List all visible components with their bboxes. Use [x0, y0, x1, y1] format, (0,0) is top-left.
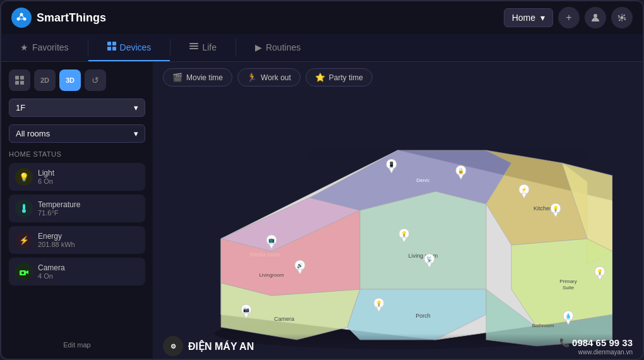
home-selector-label: Home	[512, 13, 535, 23]
svg-text:Camera: Camera	[274, 316, 294, 322]
svg-text:📺: 📺	[268, 237, 275, 243]
home-selector[interactable]: Home ▾	[504, 8, 553, 27]
settings-button[interactable]	[611, 7, 633, 28]
room-dropdown-icon: ▾	[134, 129, 138, 138]
floor-plan-svg: Media room Living room Den/c Kitchen Pri…	[183, 100, 612, 352]
bottom-brand-right: 📞 0984 65 99 33 www.dienmayan.vn	[559, 337, 633, 356]
scene-workout-label: Work out	[261, 73, 291, 82]
svg-text:💡: 💡	[376, 300, 382, 306]
status-energy[interactable]: ⚡ Energy 201.88 kWh	[9, 226, 145, 254]
tab-life[interactable]: Life	[170, 34, 236, 61]
room-selector-label: All rooms	[16, 129, 50, 138]
edit-map-button[interactable]: Edit map	[9, 339, 145, 351]
add-button[interactable]: +	[558, 7, 580, 28]
svg-text:📷: 📷	[243, 306, 249, 313]
status-camera[interactable]: Camera 4 On	[9, 258, 145, 285]
view-2d-label: 2D	[40, 76, 49, 84]
scene-movie-label: Movie time	[186, 73, 223, 82]
svg-rect-16	[20, 76, 24, 80]
bottom-brand-left: ⚙ ĐIỆN MÁY AN	[163, 336, 254, 356]
svg-rect-13	[189, 45, 198, 47]
svg-text:Primary: Primary	[559, 279, 577, 284]
svg-rect-8	[107, 42, 111, 45]
camera-status-icon	[15, 263, 33, 280]
svg-line-4	[18, 15, 21, 19]
svg-text:Kitchen: Kitchen	[534, 205, 552, 212]
camera-value: 4 On	[38, 272, 139, 280]
status-light[interactable]: 💡 Light 6 On	[9, 163, 145, 191]
svg-text:💡: 💡	[597, 268, 603, 275]
temp-value: 71.6°F	[38, 209, 139, 217]
website: www.dienmayan.vn	[578, 349, 633, 356]
profile-button[interactable]	[585, 7, 606, 28]
light-label: Light	[38, 169, 139, 177]
svg-marker-28	[360, 191, 486, 289]
svg-text:📡: 📡	[426, 256, 432, 262]
svg-text:Suite: Suite	[563, 285, 575, 291]
life-icon	[189, 42, 198, 52]
view-rotate-button[interactable]: ↺	[85, 69, 106, 91]
svg-text:💡: 💡	[552, 205, 559, 212]
scene-movie-button[interactable]: 🎬 Movie time	[163, 68, 232, 87]
room-selector[interactable]: All rooms ▾	[9, 124, 145, 143]
svg-text:📱: 📱	[388, 161, 395, 167]
scene-workout-button[interactable]: 🏃 Work out	[237, 68, 301, 87]
light-value: 6 On	[38, 177, 139, 185]
light-status-info: Light 6 On	[38, 169, 139, 185]
tab-routines[interactable]: ▶ Routines	[236, 34, 319, 61]
floor-selector-label: 1F	[16, 103, 25, 112]
routines-icon: ▶	[255, 42, 262, 52]
tabs-bar: ★ Favorites Devices	[1, 34, 643, 62]
svg-text:Livingroom: Livingroom	[259, 272, 283, 278]
top-right-controls: Home ▾ +	[504, 7, 633, 28]
app-container: SmartThings Home ▾ +	[0, 0, 644, 360]
floor-selector[interactable]: 1F ▾	[9, 99, 145, 117]
svg-text:Bathroom: Bathroom	[532, 323, 554, 328]
view-controls: 2D 3D ↺	[9, 69, 145, 91]
camera-status-info: Camera 4 On	[38, 263, 139, 280]
main-content: 2D 3D ↺ 1F ▾ All rooms ▾ Home status	[1, 62, 643, 359]
person-icon	[590, 13, 600, 23]
temp-status-icon	[15, 200, 33, 217]
devices-icon	[107, 42, 116, 52]
svg-rect-10	[107, 47, 111, 51]
scene-party-button[interactable]: ⭐ Party time	[306, 68, 373, 87]
view-grid-button[interactable]	[9, 69, 30, 91]
tab-favorites[interactable]: ★ Favorites	[1, 34, 88, 61]
svg-rect-14	[189, 48, 198, 49]
svg-text:🔊: 🔊	[297, 262, 303, 268]
temp-status-info: Temperature 71.6°F	[38, 200, 139, 217]
svg-rect-11	[112, 47, 116, 51]
svg-point-7	[621, 16, 624, 20]
svg-text:Porch: Porch	[415, 313, 431, 319]
energy-label: Energy	[38, 232, 139, 241]
svg-point-20	[22, 209, 26, 213]
phone-number: 0984 65 99 33	[572, 337, 633, 348]
home-status: Home status 💡 Light 6 On	[9, 150, 145, 331]
svg-line-3	[21, 15, 25, 19]
logo-icon	[11, 8, 32, 28]
energy-status-icon: ⚡	[15, 231, 33, 249]
party-icon: ⭐	[315, 73, 325, 82]
tab-devices[interactable]: Devices	[88, 34, 170, 61]
svg-rect-12	[189, 43, 198, 44]
svg-rect-19	[23, 204, 25, 210]
view-2d-button[interactable]: 2D	[34, 69, 56, 91]
right-panel: 🎬 Movie time 🏃 Work out ⭐ Party time	[153, 62, 643, 359]
energy-status-info: Energy 201.88 kWh	[38, 232, 139, 248]
bottom-overlay: ⚙ ĐIỆN MÁY AN 📞 0984 65 99 33 www.dienma…	[153, 333, 643, 359]
svg-text:Den/c: Den/c	[417, 177, 430, 183]
movie-icon: 🎬	[172, 73, 182, 82]
tab-life-label: Life	[202, 42, 217, 52]
status-temperature[interactable]: Temperature 71.6°F	[9, 195, 145, 222]
energy-value: 201.88 kWh	[38, 241, 139, 248]
workout-icon: 🏃	[247, 73, 257, 82]
svg-rect-17	[15, 81, 19, 85]
rotate-icon: ↺	[92, 75, 99, 85]
top-bar: SmartThings Home ▾ +	[1, 1, 643, 34]
view-3d-button[interactable]: 3D	[59, 69, 81, 91]
favorites-icon: ★	[20, 42, 28, 52]
camera-label: Camera	[38, 263, 139, 272]
home-status-title: Home status	[9, 150, 145, 158]
svg-point-22	[21, 272, 24, 274]
